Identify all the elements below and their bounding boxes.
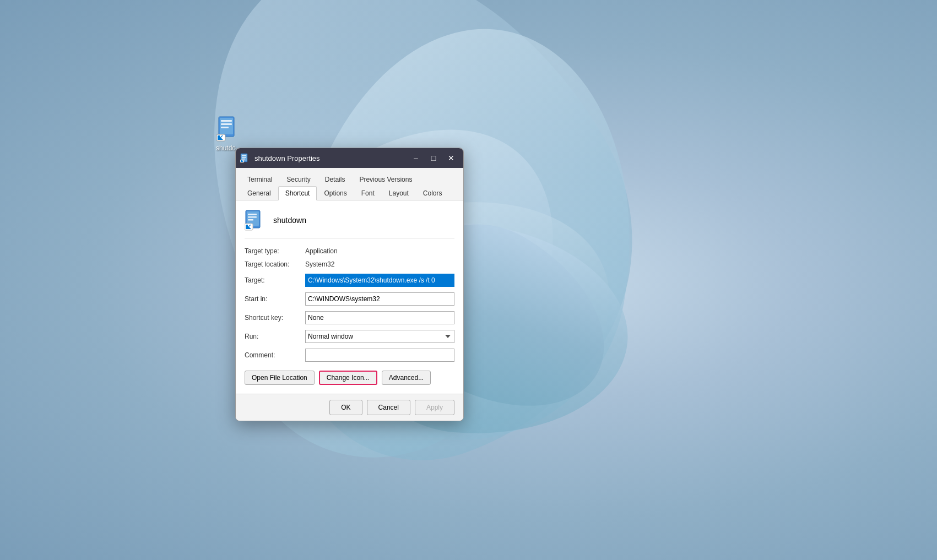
- properties-dialog: shutdown Properties – □ ✕ Terminal Secur…: [235, 148, 464, 421]
- apply-button[interactable]: Apply: [415, 400, 454, 415]
- app-icon: [245, 209, 267, 231]
- target-location-label: Target location:: [245, 260, 305, 268]
- target-type-row: Target type: Application: [245, 247, 454, 255]
- dialog-title: shutdown Properties: [254, 154, 408, 162]
- target-input[interactable]: [305, 274, 454, 287]
- svg-rect-14: [248, 214, 257, 215]
- ok-button[interactable]: OK: [329, 400, 362, 415]
- cancel-button[interactable]: Cancel: [367, 400, 410, 415]
- comment-label: Comment:: [245, 351, 305, 359]
- action-buttons: Open File Location Change Icon... Advanc…: [245, 371, 454, 385]
- tab-previous-versions[interactable]: Previous Versions: [352, 172, 419, 186]
- tab-general[interactable]: General: [240, 186, 278, 200]
- tab-security[interactable]: Security: [279, 172, 317, 186]
- desktop-shortcut-icon[interactable]: shutdo...: [207, 116, 251, 152]
- comment-row: Comment:: [245, 349, 454, 362]
- tab-layout[interactable]: Layout: [382, 186, 416, 200]
- dialog-content: shutdown Target type: Application Target…: [236, 200, 463, 394]
- svg-rect-3: [221, 123, 232, 125]
- advanced-button[interactable]: Advanced...: [382, 371, 431, 385]
- title-bar: shutdown Properties – □ ✕: [236, 148, 463, 168]
- run-select[interactable]: Normal window Minimized Maximized: [305, 330, 454, 343]
- target-row: Target:: [245, 274, 454, 287]
- svg-rect-15: [248, 216, 257, 218]
- svg-rect-2: [221, 120, 232, 122]
- run-label: Run:: [245, 333, 305, 340]
- open-file-location-button[interactable]: Open File Location: [245, 371, 315, 385]
- start-in-label: Start in:: [245, 295, 305, 303]
- target-type-label: Target type:: [245, 247, 305, 255]
- tab-details[interactable]: Details: [318, 172, 353, 186]
- tab-font[interactable]: Font: [354, 186, 382, 200]
- tabs-container: Terminal Security Details Previous Versi…: [236, 168, 463, 200]
- tabs-row-1: Terminal Security Details Previous Versi…: [240, 172, 459, 186]
- shortcut-key-label: Shortcut key:: [245, 314, 305, 322]
- tab-options[interactable]: Options: [317, 186, 354, 200]
- tab-terminal[interactable]: Terminal: [240, 172, 279, 186]
- title-bar-icon: [240, 153, 250, 163]
- swirl-decoration: [0, 0, 937, 560]
- svg-rect-9: [242, 157, 246, 158]
- shortcut-file-icon: [215, 116, 242, 142]
- target-location-row: Target location: System32: [245, 260, 454, 268]
- app-header: shutdown: [245, 209, 454, 238]
- app-icon-wrapper: [245, 209, 267, 231]
- tab-colors[interactable]: Colors: [416, 186, 449, 200]
- minimize-button[interactable]: –: [408, 152, 424, 164]
- target-type-value: Application: [305, 247, 338, 255]
- dialog-footer: OK Cancel Apply: [236, 394, 463, 421]
- svg-rect-8: [242, 155, 246, 156]
- comment-input[interactable]: [305, 349, 454, 362]
- window-controls: – □ ✕: [408, 152, 459, 164]
- change-icon-button[interactable]: Change Icon...: [319, 371, 377, 385]
- shortcut-key-input[interactable]: [305, 311, 454, 324]
- svg-rect-4: [221, 127, 229, 128]
- target-location-value: System32: [305, 260, 334, 268]
- tabs-row-2: General Shortcut Options Font Layout Col…: [240, 186, 459, 200]
- app-name: shutdown: [273, 216, 306, 225]
- start-in-input[interactable]: [305, 292, 454, 306]
- svg-rect-10: [242, 159, 245, 160]
- run-row: Run: Normal window Minimized Maximized: [245, 330, 454, 343]
- svg-rect-16: [248, 219, 253, 221]
- start-in-row: Start in:: [245, 292, 454, 306]
- target-label: Target:: [245, 276, 305, 284]
- maximize-button[interactable]: □: [426, 152, 441, 164]
- shortcut-key-row: Shortcut key:: [245, 311, 454, 324]
- close-button[interactable]: ✕: [443, 152, 459, 164]
- tab-shortcut[interactable]: Shortcut: [278, 186, 317, 200]
